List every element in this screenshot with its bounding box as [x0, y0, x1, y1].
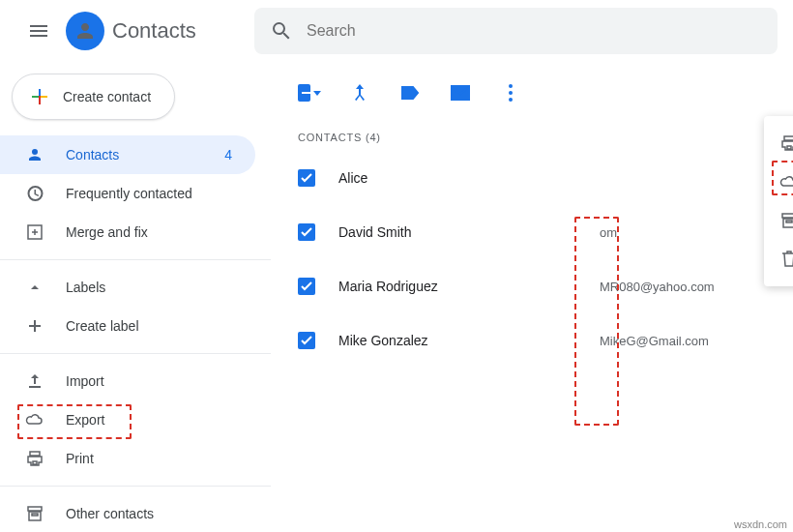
contact-row[interactable]: Maria Rodriguez MR080@yahoo.com — [271, 259, 793, 313]
plus-icon — [28, 85, 51, 108]
hamburger-menu-button[interactable] — [15, 8, 62, 54]
chevron-up-icon — [25, 278, 44, 297]
nav-frequent[interactable]: Frequently contacted — [0, 174, 255, 213]
create-contact-button[interactable]: Create contact — [12, 74, 175, 120]
main-panel: CONTACTS (4) Alice David Smith om Maria … — [271, 62, 793, 532]
search-input[interactable] — [307, 22, 762, 40]
app-header: Contacts — [0, 0, 793, 62]
nav-frequent-label: Frequently contacted — [66, 186, 232, 201]
check-icon — [300, 334, 313, 347]
nav-other-label: Other contacts — [66, 506, 232, 521]
archive-icon — [779, 211, 793, 230]
nav-export[interactable]: Export — [0, 400, 255, 439]
menu-hide[interactable]: Hide from contacts — [764, 201, 793, 240]
contact-row[interactable]: Mike Gonzalez MikeG@Gmail.com — [271, 313, 793, 368]
contact-name: Mike Gonzalez — [338, 333, 600, 348]
svg-point-2 — [509, 91, 513, 95]
merge-arrows-icon — [349, 82, 370, 103]
menu-export[interactable]: Export — [764, 163, 793, 201]
nav-create-label[interactable]: Create label — [0, 307, 255, 345]
contact-row[interactable]: David Smith om — [271, 205, 793, 259]
nav-labels-header[interactable]: Labels — [0, 268, 255, 307]
print-icon — [779, 133, 793, 153]
check-icon — [300, 225, 313, 239]
cloud-icon — [779, 172, 793, 192]
nav-contacts-count: 4 — [224, 147, 232, 163]
nav-print[interactable]: Print — [0, 439, 255, 478]
divider — [0, 486, 271, 487]
select-all-toggle[interactable] — [298, 81, 321, 104]
nav-contacts[interactable]: Contacts 4 — [0, 135, 255, 174]
nav-labels-label: Labels — [66, 280, 232, 295]
history-icon — [25, 184, 44, 203]
search-icon — [270, 19, 291, 43]
envelope-icon — [450, 82, 471, 103]
search-bar[interactable] — [254, 8, 778, 54]
contact-list: Alice David Smith om Maria Rodriguez MR0… — [271, 151, 793, 368]
nav-merge-label: Merge and fix — [66, 224, 232, 240]
more-vert-icon — [500, 82, 521, 103]
contact-name: Alice — [338, 170, 600, 186]
archive-icon — [25, 504, 44, 523]
svg-point-1 — [509, 84, 513, 88]
merge-button[interactable] — [348, 81, 371, 104]
select-indeterminate-icon — [298, 84, 310, 102]
app-logo — [66, 12, 104, 50]
check-icon — [300, 171, 313, 185]
label-button[interactable] — [398, 81, 422, 104]
divider — [0, 259, 271, 260]
print-icon — [25, 449, 44, 468]
sidebar: Create contact Contacts 4 Frequently con… — [0, 62, 271, 532]
contact-name: David Smith — [338, 224, 600, 240]
label-icon — [399, 82, 421, 103]
contact-row[interactable]: Alice — [271, 151, 793, 205]
selection-toolbar — [271, 70, 793, 116]
divider — [0, 353, 271, 354]
chevron-down-icon — [313, 91, 321, 96]
hamburger-icon — [27, 19, 50, 43]
nav-merge[interactable]: Merge and fix — [0, 213, 255, 251]
menu-delete[interactable]: Delete — [764, 240, 793, 279]
nav-import-label: Import — [66, 373, 232, 389]
row-checkbox[interactable] — [298, 223, 315, 241]
row-checkbox[interactable] — [298, 278, 315, 295]
cloud-icon — [25, 410, 44, 429]
app-title: Contacts — [112, 18, 196, 44]
merge-icon — [25, 222, 44, 242]
nav-export-label: Export — [66, 412, 232, 428]
more-actions-menu: Print Export Hide from contacts Delete — [764, 116, 793, 286]
contact-name: Maria Rodriguez — [338, 279, 600, 294]
email-button[interactable] — [449, 81, 472, 104]
menu-print[interactable]: Print — [764, 124, 793, 163]
nav-create-label-label: Create label — [66, 318, 232, 334]
nav-import[interactable]: Import — [0, 362, 255, 400]
contacts-section-title: CONTACTS (4) — [271, 116, 793, 151]
person-icon — [73, 19, 97, 43]
nav-other-contacts[interactable]: Other contacts — [0, 494, 255, 532]
nav-contacts-label: Contacts — [66, 147, 224, 163]
svg-point-3 — [509, 98, 513, 102]
check-icon — [300, 280, 313, 293]
nav-list: Contacts 4 Frequently contacted Merge an… — [0, 135, 271, 251]
trash-icon — [779, 250, 793, 269]
more-menu-button[interactable] — [499, 81, 522, 104]
row-checkbox[interactable] — [298, 332, 315, 349]
contact-email: MikeG@Gmail.com — [600, 334, 793, 348]
row-checkbox[interactable] — [298, 169, 315, 187]
plus-small-icon — [25, 316, 44, 336]
upload-icon — [25, 371, 44, 391]
person-outline-icon — [25, 145, 44, 164]
watermark: wsxdn.com — [734, 518, 787, 530]
create-contact-label: Create contact — [63, 89, 151, 104]
nav-print-label: Print — [66, 451, 232, 466]
